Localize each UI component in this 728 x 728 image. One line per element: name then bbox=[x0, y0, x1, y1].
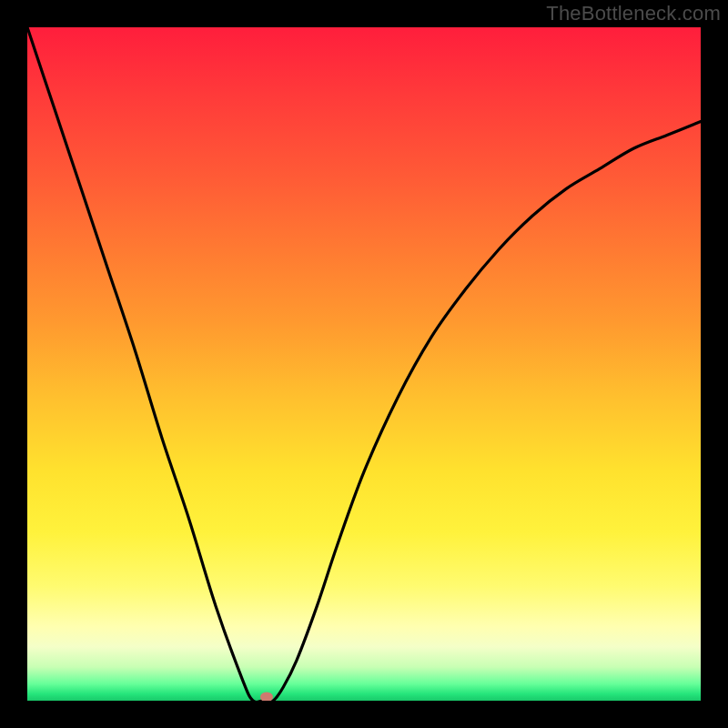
watermark-text: TheBottleneck.com bbox=[546, 2, 721, 25]
min-marker bbox=[260, 693, 273, 702]
bottleneck-curve bbox=[27, 27, 701, 701]
chart-frame: TheBottleneck.com bbox=[0, 0, 728, 728]
plot-area bbox=[27, 27, 701, 701]
